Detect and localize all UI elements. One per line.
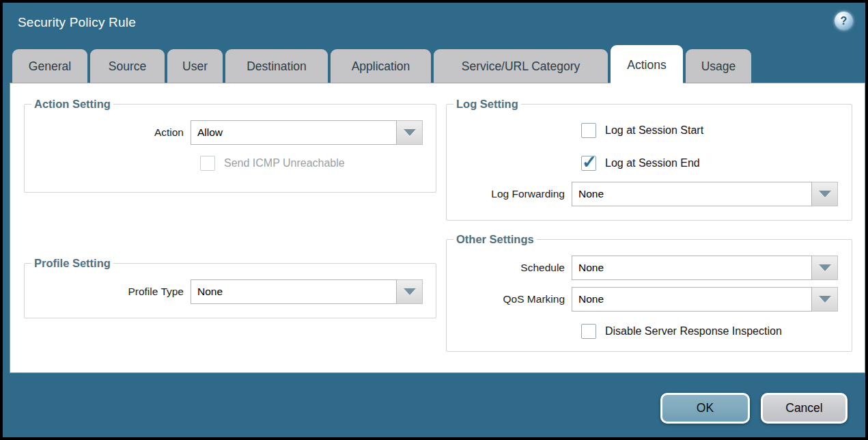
log-at-session-start-checkbox[interactable] xyxy=(581,123,596,138)
disable-server-response-inspection-checkbox-row[interactable]: Disable Server Response Inspection xyxy=(581,324,845,339)
tab-label: User xyxy=(182,59,208,74)
tab-label: Application xyxy=(352,59,410,74)
cancel-button[interactable]: Cancel xyxy=(761,393,848,424)
action-row: Action Allow xyxy=(31,120,429,145)
tab-label: General xyxy=(29,59,71,74)
tab-label: Source xyxy=(109,59,146,74)
qos-marking-dropdown-value[interactable]: None xyxy=(572,287,812,312)
chevron-down-icon xyxy=(404,129,416,136)
schedule-dropdown[interactable]: None xyxy=(572,256,838,280)
log-forwarding-dropdown[interactable]: None xyxy=(572,182,838,206)
tab-general[interactable]: General xyxy=(12,49,87,83)
log-at-session-start-label: Log at Session Start xyxy=(605,124,703,137)
profile-type-label: Profile Type xyxy=(31,286,191,298)
log-at-session-end-checkbox-row[interactable]: Log at Session End xyxy=(581,156,845,171)
chevron-down-icon xyxy=(819,296,831,303)
tab-label: Service/URL Category xyxy=(462,59,580,74)
action-dropdown-button[interactable] xyxy=(397,120,423,145)
send-icmp-unreachable-checkbox xyxy=(200,156,215,171)
tab-usage[interactable]: Usage xyxy=(686,49,751,83)
schedule-dropdown-value[interactable]: None xyxy=(572,256,812,280)
profile-type-row: Profile Type None xyxy=(31,279,429,304)
tab-user[interactable]: User xyxy=(167,49,223,83)
other-settings-legend: Other Settings xyxy=(453,232,537,246)
tab-label: Destination xyxy=(247,59,307,74)
profile-type-dropdown[interactable]: None xyxy=(191,279,423,304)
log-setting-legend: Log Setting xyxy=(453,97,521,111)
tab-label: Actions xyxy=(627,58,666,72)
tab-application[interactable]: Application xyxy=(331,49,431,83)
send-icmp-unreachable-checkbox-row: Send ICMP Unreachable xyxy=(200,156,429,171)
profile-type-dropdown-button[interactable] xyxy=(397,279,423,304)
tab-bar: General Source User Destination Applicat… xyxy=(12,49,751,85)
log-forwarding-row: Log Forwarding None xyxy=(453,182,845,206)
log-at-session-start-checkbox-row[interactable]: Log at Session Start xyxy=(581,123,845,138)
qos-marking-row: QoS Marking None xyxy=(453,287,845,312)
profile-type-dropdown-value[interactable]: None xyxy=(191,279,397,304)
log-at-session-end-checkbox[interactable] xyxy=(581,156,596,171)
qos-marking-dropdown-button[interactable] xyxy=(812,287,838,312)
log-setting-group: Log Setting Log at Session Start Log at … xyxy=(446,97,852,221)
chevron-down-icon xyxy=(819,191,831,197)
action-setting-legend: Action Setting xyxy=(31,97,113,111)
ok-button[interactable]: OK xyxy=(660,393,750,424)
profile-setting-group: Profile Setting Profile Type None xyxy=(24,256,436,318)
action-setting-group: Action Setting Action Allow Send ICMP Un… xyxy=(24,97,436,193)
schedule-dropdown-button[interactable] xyxy=(812,256,838,280)
dialog-title: Security Policy Rule xyxy=(18,15,136,30)
log-forwarding-dropdown-button[interactable] xyxy=(812,182,838,206)
log-forwarding-dropdown-value[interactable]: None xyxy=(572,182,812,206)
action-dropdown-value[interactable]: Allow xyxy=(191,120,397,145)
log-forwarding-label: Log Forwarding xyxy=(453,188,572,200)
action-label: Action xyxy=(31,126,191,139)
chevron-down-icon xyxy=(404,288,416,295)
disable-server-response-inspection-checkbox[interactable] xyxy=(581,324,596,339)
log-at-session-end-label: Log at Session End xyxy=(605,157,700,169)
security-policy-rule-dialog: Security Policy Rule ? General Source Us… xyxy=(0,0,868,440)
disable-server-response-inspection-label: Disable Server Response Inspection xyxy=(605,325,782,338)
qos-marking-label: QoS Marking xyxy=(453,293,572,305)
qos-marking-dropdown[interactable]: None xyxy=(572,287,838,312)
help-icon[interactable]: ? xyxy=(835,12,853,30)
profile-setting-legend: Profile Setting xyxy=(31,256,113,270)
tab-actions[interactable]: Actions xyxy=(611,45,683,85)
tab-label: Usage xyxy=(701,59,736,74)
schedule-label: Schedule xyxy=(453,262,572,274)
chevron-down-icon xyxy=(819,264,831,271)
question-mark-glyph: ? xyxy=(841,15,848,27)
other-settings-group: Other Settings Schedule None QoS Marking… xyxy=(446,232,852,352)
tab-source[interactable]: Source xyxy=(90,49,165,83)
tab-destination[interactable]: Destination xyxy=(225,49,328,83)
send-icmp-unreachable-label: Send ICMP Unreachable xyxy=(224,157,345,169)
tab-service-url-category[interactable]: Service/URL Category xyxy=(434,49,608,83)
actions-tab-panel: Action Setting Action Allow Send ICMP Un… xyxy=(10,83,865,373)
schedule-row: Schedule None xyxy=(453,256,845,280)
action-dropdown[interactable]: Allow xyxy=(191,120,423,145)
